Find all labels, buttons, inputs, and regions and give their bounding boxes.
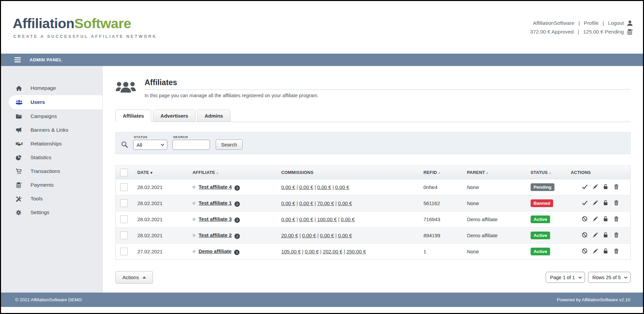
- sidebar-item-campaigns[interactable]: Campaigns: [1, 110, 102, 123]
- sidebar-item-statistics[interactable]: Statistics: [1, 151, 102, 164]
- person-icon[interactable]: [627, 20, 633, 26]
- info-icon[interactable]: i: [234, 185, 240, 191]
- search-field-label: SEARCH: [173, 135, 210, 139]
- hamburger-menu-icon[interactable]: [14, 57, 21, 62]
- affiliate-link[interactable]: Demo affiliate: [199, 248, 231, 254]
- sidebar-item-homepage[interactable]: Homepage: [1, 81, 102, 95]
- row-checkbox[interactable]: [120, 232, 128, 239]
- delete-trash-icon[interactable]: [614, 200, 620, 206]
- commission-link[interactable]: 0.00 €: [317, 184, 331, 190]
- commission-link[interactable]: 0.00 €: [281, 216, 295, 222]
- info-icon[interactable]: i: [234, 250, 239, 255]
- column-header-date[interactable]: DATE▾: [134, 166, 189, 179]
- affiliate-link[interactable]: Test affiliate 3: [199, 216, 232, 222]
- commission-link[interactable]: 0.00 €: [281, 184, 295, 190]
- affiliate-link[interactable]: Test affiliate 4: [199, 184, 232, 190]
- affiliate-link[interactable]: Test affiliate 2: [199, 232, 232, 238]
- user-menu-profile-link[interactable]: Profile: [584, 20, 599, 26]
- edit-pencil-icon[interactable]: [593, 249, 599, 254]
- refid-cell: 894199: [420, 228, 464, 244]
- column-header-refid[interactable]: REFID▴: [420, 166, 464, 179]
- commission-link[interactable]: 0.00 €: [299, 184, 313, 190]
- lock-icon[interactable]: [603, 184, 609, 190]
- info-icon[interactable]: i: [234, 217, 240, 223]
- approve-check-icon[interactable]: [582, 200, 588, 206]
- commission-link[interactable]: 250.00 €: [346, 249, 366, 254]
- column-header-affiliate[interactable]: AFFILIATE▴: [189, 166, 278, 179]
- commission-link[interactable]: 105.00 €: [281, 249, 301, 254]
- sidebar-item-payments[interactable]: Payments: [1, 178, 102, 192]
- commission-link[interactable]: 0.00 €: [338, 200, 352, 206]
- commission-link[interactable]: 0.00 €: [305, 249, 319, 254]
- ban-icon[interactable]: [582, 216, 588, 222]
- edit-pencil-icon[interactable]: [593, 200, 599, 206]
- info-icon[interactable]: i: [234, 234, 240, 239]
- coins-icon[interactable]: [627, 29, 633, 35]
- commission-link[interactable]: 0.00 €: [299, 200, 313, 206]
- row-checkbox[interactable]: [120, 248, 128, 255]
- sidebar-item-settings[interactable]: Settings: [1, 206, 102, 219]
- affiliate-link[interactable]: Test affiliate 1: [199, 200, 232, 206]
- status-filter-select[interactable]: All: [133, 140, 167, 150]
- commission-link[interactable]: 70.00 €: [317, 200, 334, 206]
- tab-admins[interactable]: Admins: [197, 110, 230, 122]
- tab-advertisers[interactable]: Advertisers: [153, 110, 196, 122]
- lock-icon[interactable]: [603, 216, 609, 222]
- footer-powered-by: Powered by AffiliationSoftware v2.10: [557, 297, 630, 302]
- commission-link[interactable]: 0.00 €: [338, 233, 352, 238]
- status-badge: Active: [531, 215, 550, 223]
- ban-icon[interactable]: [582, 248, 588, 254]
- user-menu-account-link[interactable]: AffiliationSoftware: [533, 20, 575, 26]
- commission-link[interactable]: 0.00 €: [299, 216, 313, 222]
- column-header-status[interactable]: STATUS▴: [527, 166, 568, 179]
- sidebar-item-banners-links[interactable]: Banners & Links: [1, 123, 102, 137]
- sort-arrow-up-icon: ▴: [216, 171, 218, 175]
- delete-trash-icon[interactable]: [614, 233, 620, 238]
- edit-pencil-icon[interactable]: [593, 184, 599, 190]
- search-input[interactable]: [172, 140, 210, 150]
- rows-select[interactable]: Rows 25 of 5: [588, 272, 631, 283]
- edit-pencil-icon[interactable]: [593, 216, 599, 222]
- column-header-label: COMMISSIONS: [281, 170, 313, 175]
- search-icon[interactable]: [121, 141, 128, 148]
- delete-trash-icon[interactable]: [614, 184, 620, 190]
- commission-link[interactable]: 100.00 €: [317, 216, 337, 222]
- commission-link[interactable]: 0.00 €: [335, 184, 349, 190]
- column-header-parent[interactable]: PARENT▴: [464, 166, 527, 179]
- row-checkbox[interactable]: [120, 183, 128, 191]
- row-checkbox[interactable]: [120, 199, 128, 207]
- tab-affiliates[interactable]: Affiliates: [115, 110, 151, 122]
- filter-bar: STATUS All SEARCH Search: [115, 132, 631, 154]
- sidebar-item-label: Homepage: [31, 85, 56, 91]
- column-header-label: ACTIONS: [571, 170, 591, 175]
- delete-trash-icon[interactable]: [614, 249, 620, 254]
- user-menu-logout-link[interactable]: Logout: [608, 20, 624, 26]
- sidebar-item-transactions[interactable]: Transactions: [1, 165, 102, 178]
- commission-link[interactable]: 0.00 €: [320, 233, 334, 238]
- approve-check-icon[interactable]: [582, 184, 588, 190]
- row-checkbox[interactable]: [120, 215, 128, 223]
- select-all-checkbox[interactable]: [120, 169, 128, 176]
- actions-cell: [568, 211, 631, 228]
- sidebar-item-users[interactable]: Users: [9, 95, 102, 109]
- sidebar-item-relationships[interactable]: Relationships: [1, 137, 102, 150]
- commission-link[interactable]: 0.00 €: [302, 233, 316, 238]
- lock-icon[interactable]: [603, 200, 609, 206]
- ban-icon[interactable]: [582, 232, 588, 238]
- edit-pencil-icon[interactable]: [593, 233, 599, 238]
- lock-icon[interactable]: [603, 232, 609, 238]
- sidebar-item-tools[interactable]: Tools: [1, 192, 102, 205]
- page-select[interactable]: Page 1 of 1: [546, 272, 585, 283]
- sidebar-item-label: Payments: [31, 182, 54, 188]
- delete-trash-icon[interactable]: [614, 216, 620, 222]
- commission-link[interactable]: 0.00 €: [281, 200, 295, 206]
- actions-button[interactable]: Actions: [115, 271, 153, 284]
- app-window: AffiliationSoftware CREATE A SUCCESSFUL …: [0, 0, 644, 314]
- info-icon[interactable]: i: [234, 201, 240, 207]
- lock-icon[interactable]: [603, 248, 609, 254]
- commission-link[interactable]: 202.00 €: [323, 249, 342, 254]
- commission-link[interactable]: 0.00 €: [341, 216, 355, 222]
- search-button[interactable]: Search: [216, 139, 243, 150]
- commissions-cell: 0.00 €|0.00 €|100.00 €|0.00 €: [278, 211, 420, 228]
- commission-link[interactable]: 20.00 €: [281, 233, 298, 238]
